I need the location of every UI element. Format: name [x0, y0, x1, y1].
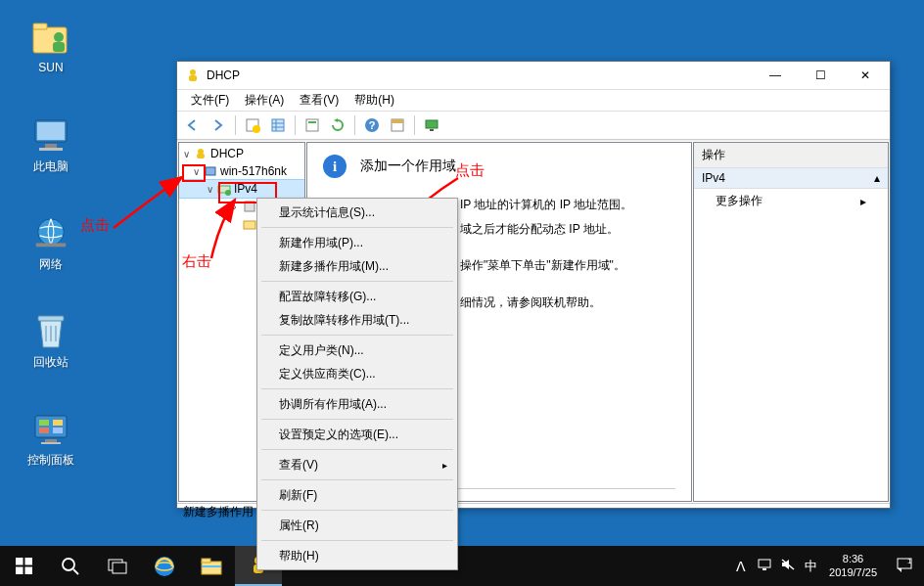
maximize-button[interactable]: ☐ — [798, 62, 843, 89]
ctx-define-user[interactable]: 定义用户类(N)... — [259, 338, 455, 362]
status-text: 新建多播作用 — [183, 504, 254, 520]
ctx-separator — [261, 281, 453, 282]
system-tray: ᐱ 中 8:36 2019/7/25 1 — [729, 546, 924, 586]
svg-rect-39 — [24, 558, 32, 565]
taskbar: ᐱ 中 8:36 2019/7/25 1 — [0, 546, 924, 586]
menu-help[interactable]: 帮助(H) — [346, 90, 402, 111]
svg-rect-38 — [16, 558, 23, 565]
svg-rect-49 — [202, 565, 221, 567]
tray-network-icon[interactable] — [753, 558, 776, 574]
svg-point-21 — [253, 125, 260, 133]
ctx-properties[interactable]: 属性(R) — [259, 514, 455, 537]
actions-sub-label: IPv4 — [702, 171, 725, 185]
actions-sub-ipv4[interactable]: IPv4 ▴ — [694, 168, 888, 189]
menu-view[interactable]: 查看(V) — [292, 90, 346, 111]
desktop-icon-label: 此电脑 — [33, 158, 69, 175]
tray-clock[interactable]: 8:36 2019/7/25 — [821, 553, 885, 578]
toolbar-refresh[interactable] — [326, 113, 349, 137]
tree-server-label: win-517h6nk — [220, 164, 287, 178]
titlebar[interactable]: DHCP — ☐ ✕ — [177, 62, 890, 90]
ctx-help[interactable]: 帮助(H) — [259, 544, 455, 567]
svg-point-18 — [190, 69, 196, 75]
taskbar-explorer[interactable] — [188, 546, 235, 586]
svg-rect-22 — [272, 119, 284, 131]
windows-logo-icon — [16, 558, 32, 574]
server-icon — [203, 163, 218, 179]
svg-rect-52 — [759, 560, 770, 567]
actions-more-label: 更多操作 — [716, 193, 762, 209]
annotation-click-right: 点击 — [455, 161, 485, 180]
tray-volume-icon[interactable] — [776, 558, 800, 574]
control-panel-icon — [30, 409, 71, 450]
toolbar-list[interactable] — [266, 113, 290, 137]
folder-icon — [201, 558, 222, 575]
close-button[interactable]: ✕ — [843, 62, 888, 89]
svg-rect-29 — [426, 120, 438, 128]
desktop-icon-sun[interactable]: SUN — [12, 18, 90, 74]
svg-text:1: 1 — [907, 557, 912, 565]
ctx-define-vendor[interactable]: 定义供应商类(C)... — [259, 362, 455, 385]
toolbar-props[interactable] — [386, 113, 409, 137]
menu-action[interactable]: 操作(A) — [237, 90, 292, 111]
ctx-view[interactable]: 查看(V)▸ — [259, 453, 455, 476]
expand-toggle-icon[interactable]: ∨ — [189, 166, 203, 177]
expand-toggle-icon[interactable]: ∨ — [179, 149, 193, 159]
ctx-new-multicast[interactable]: 新建多播作用域(M)... — [259, 254, 455, 278]
svg-rect-3 — [53, 42, 65, 52]
actions-header: 操作 — [694, 143, 888, 168]
svg-point-2 — [54, 32, 64, 42]
annotation-click-left: 点击 — [80, 216, 110, 235]
toolbar-forward[interactable] — [207, 113, 230, 137]
taskbar-ie[interactable] — [141, 546, 188, 586]
ctx-refresh[interactable]: 刷新(F) — [259, 483, 455, 507]
network-globe-icon — [30, 213, 71, 254]
dhcp-icon — [193, 146, 208, 161]
svg-rect-9 — [36, 244, 66, 248]
options-icon — [242, 199, 257, 214]
toolbar-action[interactable] — [300, 113, 324, 137]
desktop-icon-network[interactable]: 网络 — [12, 213, 90, 273]
expand-toggle-icon[interactable]: ∨ — [203, 184, 216, 195]
tray-notifications[interactable]: 1 — [885, 556, 924, 577]
collapse-icon: ▴ — [874, 171, 880, 185]
content-line1: IP 地址的计算机的 IP 地址范围。 — [460, 196, 675, 214]
desktop-icon-control-panel[interactable]: 控制面板 — [12, 409, 90, 469]
sub-arrow-icon: ▸ — [860, 195, 866, 208]
desktop-icon-this-pc[interactable]: 此电脑 — [12, 115, 90, 175]
desktop-icon-label: SUN — [38, 61, 63, 74]
actions-more[interactable]: 更多操作 ▸ — [694, 189, 888, 213]
tree-ipv4[interactable]: ∨ IPv4 — [179, 180, 304, 198]
svg-rect-19 — [189, 75, 197, 81]
ctx-config-failover[interactable]: 配置故障转移(G)... — [259, 285, 455, 308]
tree-server[interactable]: ∨ win-517h6nk — [179, 162, 304, 180]
ctx-new-scope[interactable]: 新建作用域(P)... — [259, 231, 455, 254]
tray-ime[interactable]: 中 — [800, 558, 821, 575]
toolbar-add[interactable] — [241, 113, 264, 137]
computer-icon — [30, 115, 71, 157]
taskbar-search[interactable] — [47, 546, 94, 586]
expand-toggle-icon[interactable]: › — [228, 202, 242, 212]
start-button[interactable] — [0, 546, 47, 586]
svg-rect-24 — [308, 121, 316, 123]
svg-rect-12 — [39, 420, 49, 426]
ctx-copy-failover[interactable]: 复制故障转移作用域(T)... — [259, 308, 455, 332]
leaf-icon — [228, 219, 242, 230]
dhcp-app-icon — [185, 68, 201, 83]
toolbar-monitor[interactable] — [420, 113, 443, 137]
svg-point-8 — [38, 219, 65, 246]
minimize-button[interactable]: — — [753, 62, 798, 89]
taskbar-task-view[interactable] — [94, 546, 141, 586]
svg-rect-47 — [202, 562, 221, 574]
toolbar-back[interactable] — [181, 113, 205, 137]
ctx-show-stats[interactable]: 显示统计信息(S)... — [259, 201, 455, 224]
menu-file[interactable]: 文件(F) — [183, 90, 237, 111]
svg-rect-13 — [53, 420, 63, 426]
desktop-icon-recycle-bin[interactable]: 回收站 — [12, 311, 90, 371]
ctx-separator — [261, 449, 453, 450]
tree-root[interactable]: ∨ DHCP — [179, 145, 304, 162]
info-icon: i — [323, 155, 346, 178]
toolbar-help[interactable]: ? — [360, 113, 384, 137]
ctx-predefined[interactable]: 设置预定义的选项(E)... — [259, 423, 455, 446]
ctx-reconcile[interactable]: 协调所有作用域(A)... — [259, 392, 455, 416]
tray-chevron-icon[interactable]: ᐱ — [729, 559, 753, 574]
